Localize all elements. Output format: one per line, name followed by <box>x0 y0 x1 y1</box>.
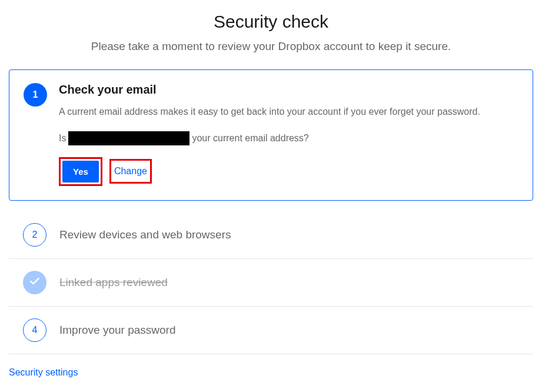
email-prompt-suffix: your current email address? <box>192 133 308 144</box>
step-3-badge-done <box>23 271 46 294</box>
page-subtitle: Please take a moment to review your Drop… <box>9 40 533 53</box>
step-2-label: Review devices and web browsers <box>59 228 231 241</box>
email-prompt-prefix: Is <box>59 133 66 144</box>
step-4-row[interactable]: 4 Improve your password <box>9 307 533 354</box>
step-2-badge: 2 <box>23 223 46 247</box>
step-3-label: Linked apps reviewed <box>59 276 168 289</box>
step-1-title: Check your email <box>59 83 518 97</box>
step-1-card: 1 Check your email A current email addre… <box>9 69 533 201</box>
step-3-row[interactable]: Linked apps reviewed <box>9 259 533 307</box>
step-1-actions: Yes Change <box>59 157 518 186</box>
highlight-change: Change <box>109 159 152 184</box>
yes-button[interactable]: Yes <box>62 161 99 182</box>
step-4-badge: 4 <box>23 318 46 342</box>
step-4-label: Improve your password <box>59 324 175 337</box>
highlight-yes: Yes <box>59 157 102 186</box>
change-button[interactable]: Change <box>113 162 148 180</box>
checkmark-icon <box>29 275 41 290</box>
step-1-body: Check your email A current email address… <box>59 83 518 186</box>
step-1-badge: 1 <box>24 83 47 107</box>
email-prompt: Is your current email address? <box>59 131 518 145</box>
step-1-description: A current email address makes it easy to… <box>59 105 518 119</box>
security-settings-link[interactable]: Security settings <box>9 367 78 378</box>
step-2-row[interactable]: 2 Review devices and web browsers <box>9 211 533 259</box>
redacted-email <box>68 131 189 145</box>
page-title: Security check <box>9 12 533 32</box>
